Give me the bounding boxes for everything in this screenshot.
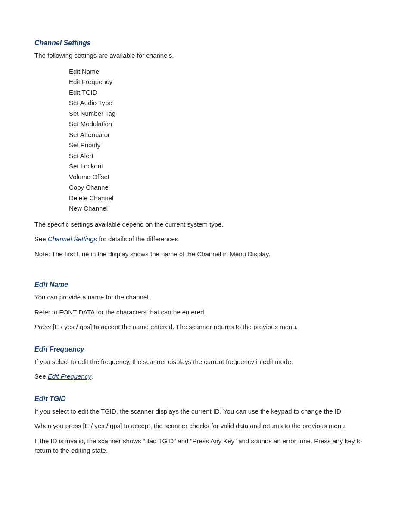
see-edit-frequency-prefix: See — [34, 373, 48, 380]
channel-settings-heading: Channel Settings — [34, 38, 377, 48]
channel-settings-link[interactable]: Channel Settings — [48, 235, 97, 243]
edit-frequency-heading: Edit Frequency — [34, 344, 377, 355]
edit-name-heading: Edit Name — [34, 280, 377, 290]
list-item: Edit Frequency — [69, 77, 377, 87]
edit-name-font-text: Refer to FONT DATA for the characters th… — [34, 308, 377, 317]
edit-name-press-line: Press [E / yes / gps] to accept the name… — [34, 322, 377, 332]
edit-tgid-text: If you select to edit the TGID, the scan… — [34, 407, 377, 417]
edit-name-text: You can provide a name for the channel. — [34, 292, 377, 302]
edit-frequency-link[interactable]: Edit Frequency — [48, 373, 91, 380]
press-label: Press — [34, 323, 51, 330]
list-item: Set Audio Type — [69, 98, 377, 108]
see-channel-settings-suffix: for details of the differences. — [97, 235, 180, 243]
edit-tgid-accept-text: When you press [E / yes / gps] to accept… — [34, 421, 377, 431]
see-edit-frequency-line: See Edit Frequency. — [34, 372, 377, 382]
see-channel-settings-line: See Channel Settings for details of the … — [34, 234, 377, 244]
specific-settings-text: The specific settings available depend o… — [34, 220, 377, 230]
list-item: Copy Channel — [69, 183, 377, 193]
list-item: New Channel — [69, 204, 377, 214]
see-edit-frequency-suffix: . — [91, 373, 93, 380]
edit-tgid-invalid-text: If the ID is invalid, the scanner shows … — [34, 436, 377, 456]
edit-name-press-text: [E / yes / gps] to accept the name enter… — [51, 323, 298, 330]
note-text: Note: The first Line in the display show… — [34, 249, 377, 259]
channel-settings-intro: The following settings are available for… — [34, 51, 377, 61]
list-item: Delete Channel — [69, 193, 377, 203]
list-item: Set Number Tag — [69, 109, 377, 119]
list-item: Edit TGID — [69, 88, 377, 98]
list-item: Set Attenuator — [69, 130, 377, 140]
list-item: Volume Offset — [69, 172, 377, 182]
edit-frequency-text: If you select to edit the frequency, the… — [34, 357, 377, 367]
see-channel-settings-prefix: See — [34, 235, 48, 243]
settings-list: Edit Name Edit Frequency Edit TGID Set A… — [69, 67, 377, 214]
list-item: Set Modulation — [69, 119, 377, 129]
list-item: Set Alert — [69, 151, 377, 161]
list-item: Edit Name — [69, 67, 377, 77]
edit-tgid-heading: Edit TGID — [34, 394, 377, 404]
list-item: Set Lockout — [69, 162, 377, 171]
list-item: Set Priority — [69, 140, 377, 150]
